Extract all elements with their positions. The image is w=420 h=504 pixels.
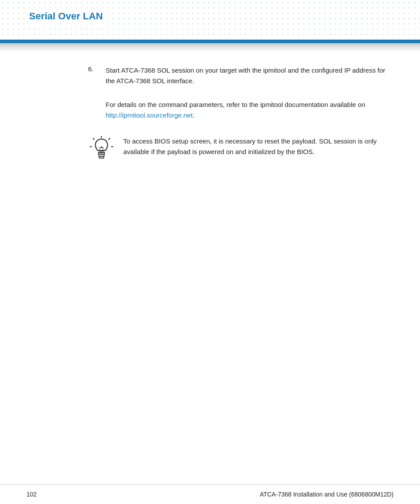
svg-line-3 bbox=[93, 138, 94, 140]
footer-document-title: ATCA-7368 Installation and Use (6806800M… bbox=[260, 491, 394, 498]
step-6-item: 6. Start ATCA-7368 SOL session on your t… bbox=[88, 65, 394, 86]
ipmitool-link[interactable]: http://ipmitool.sourceforge.net bbox=[106, 111, 193, 119]
gray-gradient-bar bbox=[0, 43, 420, 52]
main-content: 6. Start ATCA-7368 SOL session on your t… bbox=[0, 52, 420, 470]
svg-rect-7 bbox=[99, 157, 103, 158]
svg-line-1 bbox=[108, 138, 110, 140]
lightbulb-icon bbox=[88, 134, 114, 165]
step-6-text: Start ATCA-7368 SOL session on your targ… bbox=[106, 65, 394, 86]
footer-page-number: 102 bbox=[26, 491, 37, 498]
svg-point-8 bbox=[101, 147, 102, 148]
note-text-before: For details on the command parameters, r… bbox=[106, 101, 365, 108]
page-header: Serial Over LAN bbox=[0, 0, 420, 40]
note-text-after: . bbox=[193, 111, 195, 119]
tip-text: To access BIOS setup screen, it is neces… bbox=[123, 134, 394, 157]
header-title-container: Serial Over LAN bbox=[26, 8, 108, 25]
step-6-number: 6. bbox=[88, 65, 106, 86]
blue-accent-bar bbox=[0, 40, 420, 43]
page-footer: 102 ATCA-7368 Installation and Use (6806… bbox=[0, 484, 420, 504]
page-title: Serial Over LAN bbox=[29, 11, 103, 22]
note-paragraph: For details on the command parameters, r… bbox=[106, 99, 394, 121]
tip-box: To access BIOS setup screen, it is neces… bbox=[88, 134, 394, 165]
